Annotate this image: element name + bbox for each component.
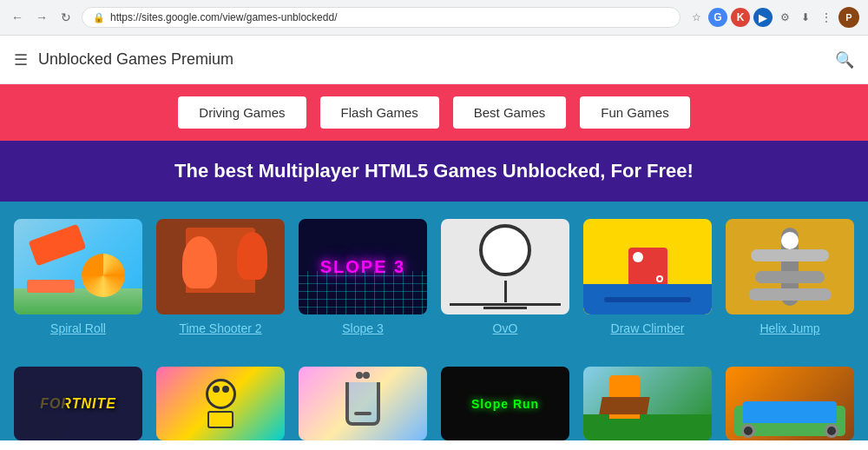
- time-shooter-2-image: [156, 219, 285, 314]
- browser-toolbar: ← → ↻ 🔒 https://sites.google.com/view/ga…: [0, 0, 868, 35]
- game-thumb-fall-beans: [156, 367, 285, 440]
- draw-climber-image: [583, 219, 712, 314]
- browser-chrome: ← → ↻ 🔒 https://sites.google.com/view/ga…: [0, 0, 868, 36]
- nav-driving-games[interactable]: Driving Games: [178, 96, 306, 129]
- game-label-helix-jump: Helix Jump: [760, 321, 819, 335]
- site-title: Unblocked Games Premium: [38, 50, 835, 69]
- game-card-pixel-game[interactable]: [583, 367, 712, 440]
- game-label-spiral-roll: Spiral Roll: [50, 321, 106, 335]
- nav-bar: Driving Games Flash Games Best Games Fun…: [0, 84, 868, 141]
- game-label-slope-3: Slope 3: [342, 321, 383, 335]
- nav-best-games[interactable]: Best Games: [453, 96, 567, 129]
- games-section-row1: Spiral Roll Time Shooter 2 SLOPE 3: [0, 202, 868, 353]
- game-thumb-pixel-game: [583, 367, 712, 440]
- game-label-ovo: OvO: [493, 321, 518, 335]
- game-card-time-shooter-2[interactable]: Time Shooter 2: [156, 219, 285, 335]
- search-button[interactable]: 🔍: [835, 50, 854, 69]
- games-row-1: Spiral Roll Time Shooter 2 SLOPE 3: [26, 219, 842, 335]
- game-card-slope-3[interactable]: SLOPE 3 Slope 3: [299, 219, 427, 335]
- ovo-circle: [479, 224, 531, 276]
- game-card-happy-glass[interactable]: [299, 367, 427, 440]
- ovo-image: [441, 219, 569, 314]
- more-icon[interactable]: ⋮: [818, 9, 835, 26]
- game-thumb-happy-glass: [299, 367, 427, 440]
- pixel-game-image: [583, 367, 712, 440]
- slope-run-text: Slope Run: [471, 397, 539, 411]
- bottom-section: FORTNITE: [0, 353, 868, 440]
- banner: The best Multiplayer HTML5 Games Unblock…: [0, 141, 868, 202]
- game-card-fall-beans[interactable]: [156, 367, 285, 440]
- game-label-time-shooter-2: Time Shooter 2: [179, 321, 261, 335]
- slope3-grid: [299, 271, 427, 314]
- game-thumb-slope-3: SLOPE 3: [299, 219, 427, 314]
- car-game-image: [726, 367, 854, 440]
- game-thumb-time-shooter-2: [156, 219, 285, 314]
- happy-glass-image: [299, 367, 427, 440]
- address-bar[interactable]: 🔒 https://sites.google.com/view/games-un…: [82, 7, 681, 28]
- game-thumb-spiral-roll: [14, 219, 142, 314]
- extension-play-icon[interactable]: ▶: [753, 8, 773, 27]
- page-header: ☰ Unblocked Games Premium 🔍: [0, 36, 868, 84]
- game-card-slope-run[interactable]: Slope Run: [441, 367, 569, 440]
- forward-button[interactable]: →: [33, 9, 50, 26]
- game-card-spiral-roll[interactable]: Spiral Roll: [14, 219, 142, 335]
- slope-3-image: SLOPE 3: [299, 219, 427, 314]
- fortnite-image: FORTNITE: [14, 367, 142, 440]
- back-button[interactable]: ←: [9, 9, 26, 26]
- game-thumb-fortnite: FORTNITE: [14, 367, 142, 440]
- game-thumb-car-game: [726, 367, 854, 440]
- games-row-2: FORTNITE: [0, 353, 868, 440]
- game-thumb-helix-jump: [726, 219, 854, 314]
- game-thumb-draw-climber: [583, 219, 712, 314]
- game-card-draw-climber[interactable]: Draw Climber: [583, 219, 712, 335]
- game-card-car-game[interactable]: [726, 367, 854, 440]
- extension-k-icon[interactable]: K: [731, 8, 750, 27]
- game-card-helix-jump[interactable]: Helix Jump: [726, 219, 854, 335]
- browser-icons: ☆ G K ▶ ⚙ ⬇ ⋮ P: [687, 7, 859, 28]
- helix-ball: [781, 232, 799, 249]
- fall-beans-image: [156, 367, 285, 440]
- draw-climber-red-box: [628, 248, 667, 287]
- helix-jump-image: [726, 219, 854, 314]
- extensions-icon[interactable]: ⚙: [776, 9, 793, 26]
- reload-button[interactable]: ↻: [57, 9, 75, 26]
- hamburger-menu[interactable]: ☰: [14, 50, 28, 69]
- game-card-fortnite[interactable]: FORTNITE: [14, 367, 142, 440]
- game-card-ovo[interactable]: OvO: [441, 219, 569, 335]
- nav-fun-games[interactable]: Fun Games: [580, 96, 689, 129]
- game-thumb-ovo: [441, 219, 569, 314]
- profile-avatar[interactable]: P: [838, 7, 859, 28]
- lock-icon: 🔒: [93, 12, 105, 23]
- extension-g-icon[interactable]: G: [708, 8, 727, 27]
- game-label-draw-climber: Draw Climber: [611, 321, 685, 335]
- downloads-icon[interactable]: ⬇: [797, 9, 814, 26]
- url-text: https://sites.google.com/view/games-unbl…: [110, 11, 669, 23]
- nav-flash-games[interactable]: Flash Games: [320, 96, 439, 129]
- slope-run-image: Slope Run: [441, 367, 569, 440]
- spiral-roll-image: [14, 219, 142, 314]
- banner-text: The best Multiplayer HTML5 Games Unblock…: [174, 160, 694, 182]
- bookmark-icon[interactable]: ☆: [687, 9, 705, 26]
- game-thumb-slope-run: Slope Run: [441, 367, 569, 440]
